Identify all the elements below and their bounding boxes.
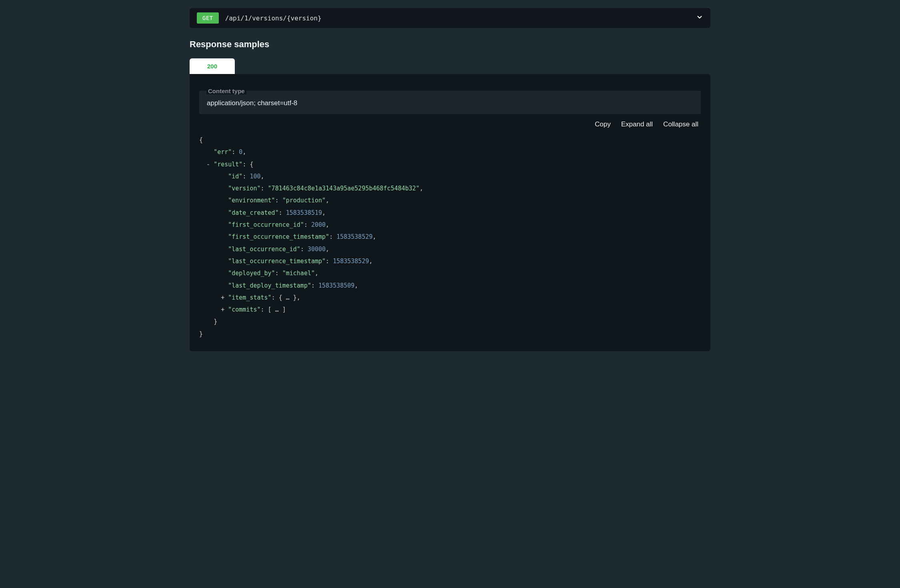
http-method-badge: GET <box>197 12 219 24</box>
json-key: "deployed_by" <box>228 270 275 277</box>
json-key: "item_stats" <box>228 294 271 301</box>
json-key: "first_occurrence_id" <box>228 221 304 228</box>
sample-actions: Copy Expand all Collapse all <box>199 120 701 128</box>
json-key: "last_occurrence_id" <box>228 246 300 253</box>
json-number: 100 <box>250 173 260 180</box>
json-number: 1583538529 <box>336 233 372 240</box>
collapsed-object[interactable]: { … } <box>279 294 297 301</box>
json-key: "err" <box>214 148 232 156</box>
json-number: 1583538519 <box>286 209 322 216</box>
brace: } <box>199 330 203 338</box>
json-key: "environment" <box>228 197 275 204</box>
json-key: "last_occurrence_timestamp" <box>228 258 326 265</box>
json-number: 1583538509 <box>318 282 354 289</box>
json-key: "version" <box>228 185 260 192</box>
json-string: "production" <box>282 197 326 204</box>
expand-all-button[interactable]: Expand all <box>621 120 653 128</box>
json-number: 30000 <box>308 246 326 253</box>
expand-toggle[interactable]: + <box>221 306 224 313</box>
json-number: 2000 <box>311 221 326 228</box>
json-key: "last_deploy_timestamp" <box>228 282 311 289</box>
json-key: "date_created" <box>228 209 278 216</box>
brace: } <box>214 318 217 325</box>
chevron-down-icon <box>696 14 703 22</box>
collapse-toggle[interactable]: - <box>206 161 210 168</box>
json-key: "first_occurrence_timestamp" <box>228 233 329 240</box>
json-string: "michael" <box>282 270 315 277</box>
response-sample-panel: Content type application/json; charset=u… <box>190 74 710 351</box>
content-type-value: application/json; charset=utf-8 <box>199 91 701 114</box>
json-key: "id" <box>228 173 242 180</box>
content-type-label: Content type <box>206 88 246 94</box>
json-key: "commits" <box>228 306 260 313</box>
brace: { <box>199 136 203 144</box>
collapsed-array[interactable]: [ … ] <box>268 306 286 313</box>
json-sample: { "err": 0, - "result": { "id": 100, "ve… <box>199 134 701 340</box>
expand-toggle[interactable]: + <box>221 294 224 301</box>
collapse-all-button[interactable]: Collapse all <box>663 120 698 128</box>
endpoint-path: /api/1/versions/{version} <box>225 14 690 22</box>
endpoint-bar[interactable]: GET /api/1/versions/{version} <box>190 8 710 28</box>
response-samples-heading: Response samples <box>190 39 710 50</box>
json-key: "result" <box>214 161 242 168</box>
json-number: 1583538529 <box>333 258 369 265</box>
tab-200[interactable]: 200 <box>190 58 235 74</box>
copy-button[interactable]: Copy <box>595 120 611 128</box>
json-string: "781463c84c8e1a3143a95ae5295b468fc5484b3… <box>268 185 420 192</box>
